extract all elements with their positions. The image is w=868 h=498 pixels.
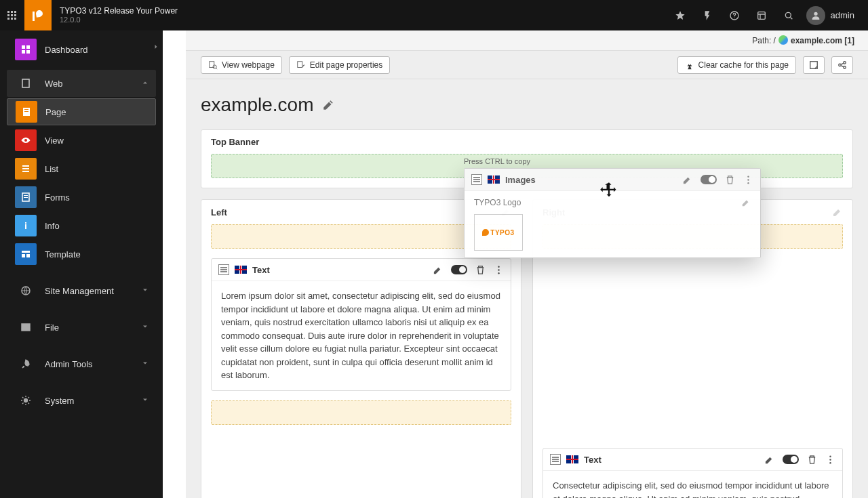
view-webpage-button[interactable]: View webpage xyxy=(201,56,282,74)
sidebar-item-info[interactable]: Info xyxy=(7,212,156,239)
share-button[interactable] xyxy=(831,56,853,74)
typo3-logo-icon xyxy=(33,10,43,21)
svg-point-42 xyxy=(844,66,846,68)
more-icon[interactable] xyxy=(825,455,835,465)
dashboard-icon xyxy=(15,39,37,60)
apps-menu-button[interactable] xyxy=(0,0,24,30)
note-button[interactable] xyxy=(803,56,825,74)
globe-icon xyxy=(15,280,37,302)
bookmark-icon[interactable] xyxy=(668,0,692,30)
button-label: View webpage xyxy=(222,60,275,70)
help-icon[interactable] xyxy=(722,0,747,30)
drag-hint: Press CTRL to copy xyxy=(464,157,530,165)
sidebar-item-view[interactable]: View xyxy=(7,127,156,154)
flash-icon[interactable] xyxy=(695,0,719,30)
svg-rect-23 xyxy=(22,168,29,169)
svg-point-35 xyxy=(24,399,28,402)
svg-point-48 xyxy=(829,461,831,463)
visibility-toggle[interactable] xyxy=(451,265,467,274)
content-element-text-right[interactable]: Text Consectetur adipiscing elit, sed do… xyxy=(542,448,843,498)
chevron-down-icon xyxy=(141,286,149,296)
svg-rect-18 xyxy=(22,79,29,87)
view-icon xyxy=(15,129,37,151)
section-title: Right xyxy=(542,207,565,217)
path-page[interactable]: example.com [1] xyxy=(791,36,854,45)
path-prefix: Path: / xyxy=(752,36,776,45)
typo3-logo[interactable] xyxy=(24,0,52,30)
sidebar-group-file[interactable]: File xyxy=(7,314,156,341)
chevron-down-icon xyxy=(141,396,149,406)
ce-type-icon xyxy=(218,264,229,275)
visibility-toggle[interactable] xyxy=(783,455,799,464)
two-column-row: Left Text xyxy=(201,199,853,498)
trash-icon[interactable] xyxy=(807,455,817,465)
sidebar-group-admin-tools[interactable]: Admin Tools xyxy=(7,350,156,377)
dropzone-left-top[interactable] xyxy=(211,224,511,249)
module-sidebar: Dashboard Web Page View List Forms xyxy=(0,30,163,498)
info-icon xyxy=(15,215,37,236)
svg-rect-24 xyxy=(22,171,29,172)
page-title-text: example.com xyxy=(201,94,314,116)
svg-rect-7 xyxy=(11,18,13,20)
svg-point-43 xyxy=(498,266,499,267)
gear-icon xyxy=(15,390,37,411)
svg-point-44 xyxy=(498,269,499,270)
sidebar-label: Site Management xyxy=(45,286,114,296)
forms-icon xyxy=(15,186,37,208)
svg-rect-4 xyxy=(11,14,13,16)
svg-rect-0 xyxy=(7,11,9,13)
topbar-right: admin xyxy=(668,0,861,30)
topbar: TYPO3 v12 Release Your Power 12.0.0 admi… xyxy=(0,0,868,30)
user-menu[interactable]: admin xyxy=(804,6,861,25)
sidebar-group-web[interactable]: Web xyxy=(7,70,156,97)
ce-header: Text xyxy=(543,449,842,471)
svg-rect-32 xyxy=(26,254,30,257)
clear-cache-button[interactable]: Clear cache for this page xyxy=(677,56,796,74)
sidebar-label: File xyxy=(45,323,59,333)
section-title: Top Banner xyxy=(211,137,259,147)
search-icon[interactable] xyxy=(776,0,801,30)
trash-icon[interactable] xyxy=(475,265,486,275)
sidebar-group-system[interactable]: System xyxy=(7,387,156,414)
sidebar-label: View xyxy=(45,136,64,146)
sidebar-group-site-management[interactable]: Site Management xyxy=(7,277,156,304)
sidebar-item-template[interactable]: Template xyxy=(7,241,156,268)
notifications-icon[interactable] xyxy=(749,0,774,30)
chevron-up-icon xyxy=(141,79,149,89)
ce-type-label: Text xyxy=(584,455,601,465)
edit-icon[interactable] xyxy=(433,265,443,275)
edit-title-icon[interactable] xyxy=(322,99,334,111)
sidebar-item-list[interactable]: List xyxy=(7,155,156,182)
edit-page-properties-button[interactable]: Edit page properties xyxy=(289,56,390,74)
sidebar-item-dashboard[interactable]: Dashboard xyxy=(7,36,156,63)
language-flag-icon xyxy=(235,266,247,274)
content-pane: Path: / example.com [1] View webpage Edi… xyxy=(163,30,868,498)
sidebar-label: Template xyxy=(45,249,81,260)
ce-tools xyxy=(433,265,504,275)
sidebar-item-forms[interactable]: Forms xyxy=(7,184,156,211)
svg-rect-20 xyxy=(24,109,28,110)
edit-column-icon[interactable] xyxy=(500,207,511,217)
section-header: Right xyxy=(533,200,852,224)
sidebar-label: Dashboard xyxy=(45,45,88,55)
dropzone-right-top[interactable] xyxy=(542,224,843,249)
chevron-down-icon xyxy=(141,323,149,333)
username-label: admin xyxy=(831,10,854,20)
section-header: Left xyxy=(201,200,521,224)
svg-point-45 xyxy=(498,272,499,273)
dropzone-left-bottom[interactable] xyxy=(211,400,511,425)
svg-rect-30 xyxy=(22,251,30,253)
more-icon[interactable] xyxy=(494,265,504,275)
content-element-text-left[interactable]: Text Lorem ipsum dolor sit amet, consect… xyxy=(211,258,511,391)
svg-point-13 xyxy=(814,12,817,15)
edit-column-icon[interactable] xyxy=(832,207,843,217)
button-label: Clear cache for this page xyxy=(698,60,789,70)
edit-icon[interactable] xyxy=(764,455,774,465)
site-globe-icon xyxy=(778,35,788,45)
sidebar-item-page[interactable]: Page xyxy=(7,98,156,125)
section-right: Right Text xyxy=(532,199,853,498)
template-icon xyxy=(15,243,37,265)
list-icon xyxy=(15,158,37,180)
svg-rect-8 xyxy=(14,18,16,20)
page-title: example.com xyxy=(201,94,853,116)
